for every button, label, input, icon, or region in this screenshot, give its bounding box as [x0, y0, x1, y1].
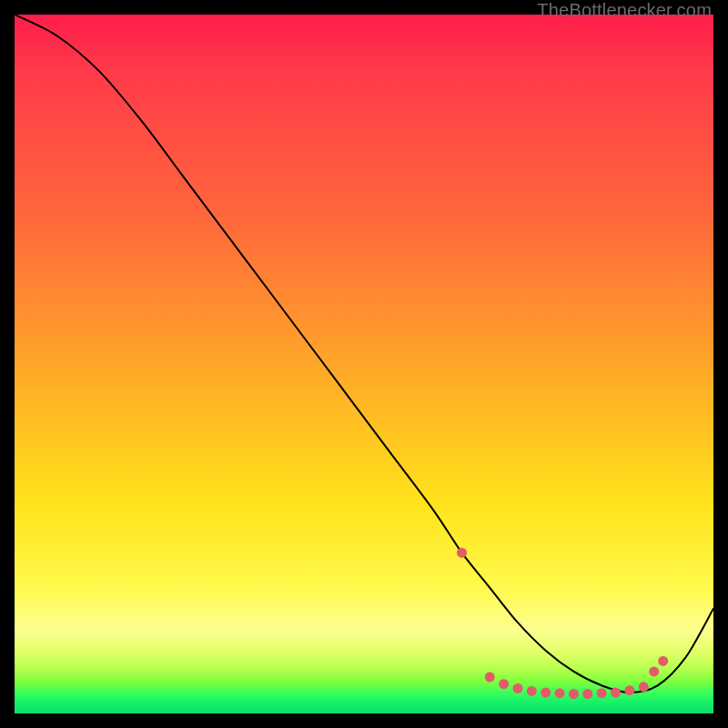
chart-plot-area [15, 15, 713, 713]
watermark-text: TheBottlenecker.com [537, 0, 712, 21]
chart-marker [555, 688, 565, 698]
chart-marker [624, 685, 634, 695]
chart-frame: TheBottlenecker.com [0, 0, 728, 728]
chart-svg [15, 15, 713, 713]
chart-marker [582, 689, 592, 699]
chart-marker [597, 688, 607, 698]
chart-marker [611, 688, 621, 698]
chart-marker [513, 683, 523, 693]
chart-marker [457, 548, 467, 558]
chart-markers [457, 548, 668, 699]
chart-marker [499, 679, 509, 689]
chart-marker [569, 689, 579, 699]
chart-marker [541, 688, 551, 698]
chart-marker [485, 672, 495, 682]
chart-marker [649, 666, 659, 676]
chart-marker [639, 682, 649, 692]
chart-marker [658, 656, 668, 666]
chart-curve [15, 15, 713, 693]
chart-marker [527, 686, 537, 696]
